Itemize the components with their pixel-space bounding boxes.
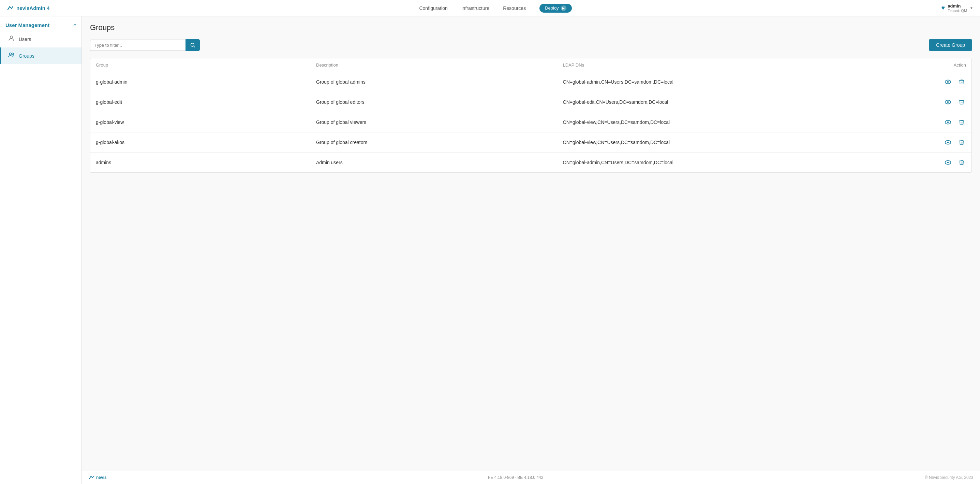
svg-point-8 [947, 101, 949, 103]
table-row: g-global-admin Group of global admins CN… [91, 72, 972, 92]
delete-button-3[interactable] [957, 138, 966, 147]
delete-button-0[interactable] [957, 77, 966, 86]
sidebar-collapse-button[interactable] [73, 22, 76, 28]
logo-icon [7, 5, 14, 12]
table-row: admins Admin users CN=global-admin,CN=Us… [91, 153, 972, 173]
cell-action-0 [866, 72, 972, 92]
sidebar: User Management Users [0, 16, 82, 484]
user-dropdown-icon: ▼ [970, 6, 973, 10]
eye-icon [944, 118, 952, 126]
cell-group-3: g-global-akos [91, 133, 311, 153]
trash-icon [959, 119, 965, 125]
cell-description-0: Group of global admins [311, 72, 557, 92]
deploy-play-icon: ▶ [561, 5, 566, 11]
delete-button-2[interactable] [957, 118, 966, 127]
user-tenant: Tenant: QM [948, 8, 967, 13]
app-layout: User Management Users [0, 16, 980, 484]
cell-ldap-dn-4: CN=global-admin,CN=Users,DC=samdom,DC=lo… [557, 153, 866, 173]
cell-group-0: g-global-admin [91, 72, 311, 92]
toolbar: Create Group [90, 39, 972, 51]
groups-table: Group Description LDAP DNs Action g-glob… [91, 58, 972, 173]
sidebar-header: User Management [0, 16, 81, 31]
svg-point-3 [191, 43, 194, 46]
svg-point-1 [10, 53, 11, 55]
footer-version: FE 4.18.0-869 · BE 4.18.0.442 [488, 475, 543, 480]
nav-infrastructure[interactable]: Infrastructure [461, 5, 489, 11]
groups-table-container: Group Description LDAP DNs Action g-glob… [90, 58, 972, 173]
svg-point-14 [947, 162, 949, 163]
table-body: g-global-admin Group of global admins CN… [91, 72, 972, 173]
deploy-button[interactable]: Deploy ▶ [539, 4, 571, 13]
svg-point-10 [947, 121, 949, 123]
nav-configuration[interactable]: Configuration [419, 5, 447, 11]
filter-search-button[interactable] [186, 39, 200, 51]
deploy-label: Deploy [545, 5, 558, 11]
delete-button-1[interactable] [957, 97, 966, 107]
view-button-3[interactable] [943, 137, 953, 147]
svg-line-4 [194, 46, 195, 48]
sidebar-item-users[interactable]: Users [0, 31, 81, 48]
app-logo[interactable]: nevisAdmin 4 [7, 5, 50, 12]
main-nav: Configuration Infrastructure Resources D… [60, 4, 931, 13]
col-ldap-dns: LDAP DNs [557, 58, 866, 72]
user-menu[interactable]: ♥ admin Tenant: QM ▼ [942, 3, 973, 13]
eye-icon [944, 159, 952, 166]
cell-action-4 [866, 153, 972, 173]
eye-icon [944, 98, 952, 106]
view-button-0[interactable] [943, 77, 953, 87]
main-content: Groups Create Group [82, 16, 980, 471]
cell-ldap-dn-2: CN=global-view,CN=Users,DC=samdom,DC=loc… [557, 112, 866, 133]
delete-button-4[interactable] [957, 158, 966, 167]
cell-action-3 [866, 133, 972, 153]
app-name: nevisAdmin 4 [16, 5, 50, 11]
cell-description-3: Group of global creators [311, 133, 557, 153]
cell-group-1: g-global-edit [91, 92, 311, 112]
footer-logo-icon [89, 474, 95, 481]
group-icon [8, 51, 15, 60]
sidebar-item-groups-label: Groups [19, 53, 35, 59]
sidebar-title: User Management [5, 22, 49, 28]
svg-point-2 [12, 53, 14, 54]
footer-brand: nevis [96, 475, 107, 480]
col-action: Action [866, 58, 972, 72]
cell-description-2: Group of global viewers [311, 112, 557, 133]
trash-icon [959, 139, 965, 145]
user-icon: ♥ [942, 5, 945, 11]
col-group: Group [91, 58, 311, 72]
cell-description-1: Group of global editors [311, 92, 557, 112]
chevron-double-left-icon [73, 22, 76, 28]
trash-icon [959, 99, 965, 105]
eye-icon [944, 78, 952, 86]
view-button-2[interactable] [943, 117, 953, 127]
table-row: g-global-view Group of global viewers CN… [91, 112, 972, 133]
cell-ldap-dn-0: CN=global-admin,CN=Users,DC=samdom,DC=lo… [557, 72, 866, 92]
app-footer: nevis FE 4.18.0-869 · BE 4.18.0.442 © Ne… [82, 471, 980, 484]
cell-action-1 [866, 92, 972, 112]
cell-group-4: admins [91, 153, 311, 173]
cell-group-2: g-global-view [91, 112, 311, 133]
filter-wrapper [90, 39, 200, 51]
svg-point-6 [947, 81, 949, 83]
table-row: g-global-akos Group of global creators C… [91, 133, 972, 153]
sidebar-nav: Users Groups [0, 31, 81, 64]
trash-icon [959, 79, 965, 85]
eye-icon [944, 139, 952, 146]
create-group-button[interactable]: Create Group [929, 39, 972, 51]
view-button-4[interactable] [943, 157, 953, 168]
cell-ldap-dn-1: CN=global-edit,CN=Users,DC=samdom,DC=loc… [557, 92, 866, 112]
footer-logo: nevis [89, 474, 107, 481]
cell-ldap-dn-3: CN=global-view,CN=Users,DC=samdom,DC=loc… [557, 133, 866, 153]
view-button-1[interactable] [943, 97, 953, 107]
user-info: admin Tenant: QM [948, 3, 967, 13]
col-description: Description [311, 58, 557, 72]
sidebar-item-groups[interactable]: Groups [0, 48, 81, 64]
table-head: Group Description LDAP DNs Action [91, 58, 972, 72]
app-header: nevisAdmin 4 Configuration Infrastructur… [0, 0, 980, 16]
svg-point-0 [10, 36, 13, 38]
sidebar-item-users-label: Users [19, 37, 31, 42]
filter-input[interactable] [90, 40, 186, 51]
footer-copyright: © Nevis Security AG, 2023 [925, 475, 973, 480]
trash-icon [959, 160, 965, 166]
person-icon [8, 35, 15, 43]
nav-resources[interactable]: Resources [503, 5, 526, 11]
